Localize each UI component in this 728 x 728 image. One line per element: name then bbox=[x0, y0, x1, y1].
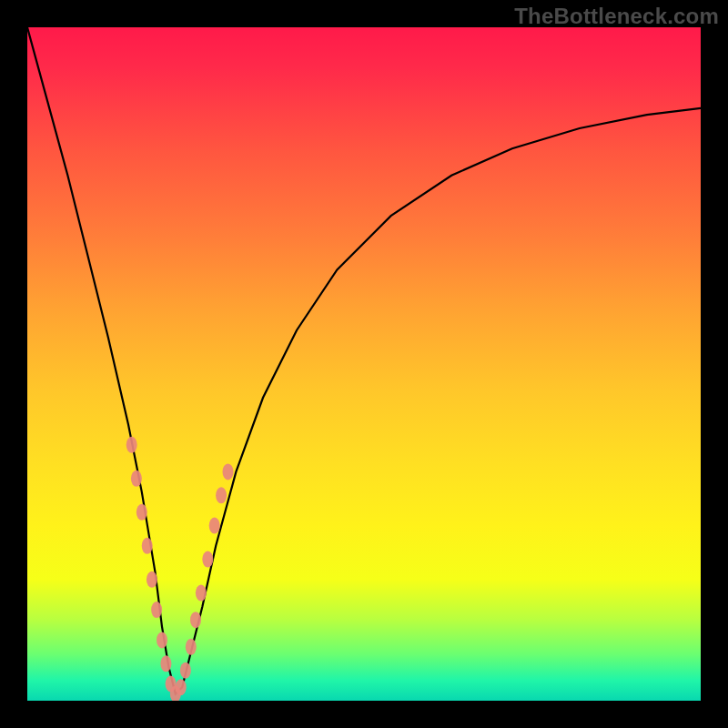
marker-dot bbox=[151, 602, 162, 618]
marker-dot bbox=[160, 655, 171, 672]
highlight-markers bbox=[126, 437, 234, 701]
plot-area bbox=[27, 27, 701, 701]
marker-dot bbox=[216, 487, 227, 503]
marker-dot bbox=[190, 612, 201, 628]
marker-dot bbox=[126, 437, 137, 453]
marker-dot bbox=[209, 518, 220, 534]
bottleneck-curve bbox=[27, 27, 701, 694]
marker-dot bbox=[176, 679, 187, 695]
marker-dot bbox=[180, 662, 191, 679]
marker-dot bbox=[157, 632, 167, 648]
marker-dot bbox=[186, 639, 197, 655]
bottleneck-curve-svg bbox=[27, 27, 701, 701]
marker-dot bbox=[136, 504, 147, 521]
marker-dot bbox=[202, 551, 213, 568]
marker-dot bbox=[147, 571, 157, 588]
marker-dot bbox=[223, 463, 234, 480]
watermark-text: TheBottleneck.com bbox=[514, 4, 719, 29]
marker-dot bbox=[142, 538, 153, 554]
marker-dot bbox=[196, 585, 207, 602]
chart-frame: TheBottleneck.com bbox=[0, 0, 728, 728]
marker-dot bbox=[131, 470, 142, 487]
